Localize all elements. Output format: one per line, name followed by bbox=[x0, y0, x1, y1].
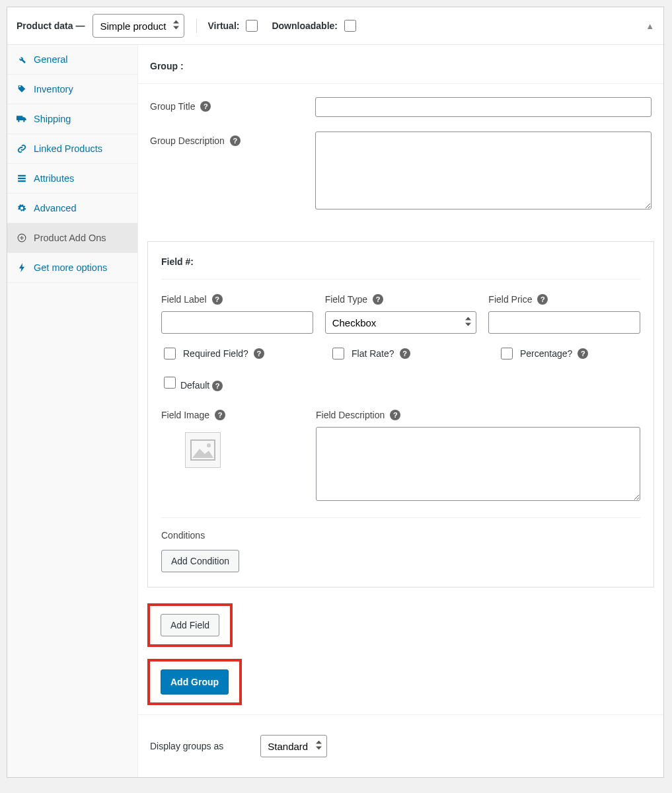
help-icon[interactable]: ? bbox=[578, 348, 588, 359]
svg-point-5 bbox=[207, 443, 211, 447]
sidebar-item-inventory[interactable]: Inventory bbox=[7, 75, 137, 104]
sidebar-item-label: General bbox=[34, 54, 68, 65]
sidebar-item-label: Product Add Ons bbox=[34, 233, 106, 243]
field-description-label: Field Description bbox=[316, 410, 385, 420]
field-box: Field #: Field Label ? Field Type ? bbox=[147, 241, 654, 587]
conditions-label: Conditions bbox=[161, 530, 640, 541]
sidebar-item-addons[interactable]: Product Add Ons bbox=[7, 223, 137, 253]
group-description-label: Group Description bbox=[150, 135, 225, 146]
field-section-heading: Field #: bbox=[161, 256, 640, 280]
help-icon[interactable]: ? bbox=[200, 101, 211, 112]
product-type-select[interactable]: Simple product bbox=[93, 14, 184, 38]
display-groups-label: Display groups as bbox=[150, 741, 223, 751]
display-groups-row: Display groups as Standard bbox=[138, 714, 663, 777]
downloadable-checkbox-label: Downloadable: bbox=[272, 18, 358, 34]
svg-rect-1 bbox=[18, 178, 26, 179]
add-condition-button[interactable]: Add Condition bbox=[161, 550, 239, 572]
help-icon[interactable]: ? bbox=[373, 294, 383, 305]
required-checkbox[interactable] bbox=[164, 348, 176, 359]
product-data-panel: Product data — Simple product Virtual: D… bbox=[7, 7, 664, 778]
flat-rate-row: Flat Rate? ? bbox=[330, 346, 472, 361]
sidebar-item-label: Advanced bbox=[34, 203, 77, 213]
add-field-highlight: Add Field bbox=[147, 603, 233, 647]
help-icon[interactable]: ? bbox=[212, 294, 223, 305]
help-icon[interactable]: ? bbox=[254, 348, 264, 359]
field-type-label: Field Type bbox=[325, 294, 367, 305]
sidebar-item-label: Inventory bbox=[34, 84, 73, 94]
group-title-label: Group Title bbox=[150, 101, 195, 112]
help-icon[interactable]: ? bbox=[230, 135, 241, 146]
main-content: Group : Group Title ? Group Description … bbox=[138, 45, 663, 777]
required-field-row: Required Field? ? bbox=[161, 346, 303, 361]
group-title-input[interactable] bbox=[315, 97, 652, 117]
gear-icon bbox=[17, 204, 27, 213]
bolt-icon bbox=[17, 263, 27, 272]
sidebar-item-general[interactable]: General bbox=[7, 45, 137, 75]
sidebar-item-shipping[interactable]: Shipping bbox=[7, 104, 137, 134]
sidebar-item-label: Shipping bbox=[34, 114, 71, 124]
field-label-label: Field Label bbox=[161, 294, 207, 305]
field-description-textarea[interactable] bbox=[316, 427, 640, 501]
add-field-button[interactable]: Add Field bbox=[161, 614, 219, 636]
default-row: Default ? bbox=[161, 380, 223, 391]
image-icon bbox=[190, 439, 215, 461]
panel-title: Product data — bbox=[17, 20, 85, 31]
tag-icon bbox=[17, 85, 27, 94]
sidebar-item-linked[interactable]: Linked Products bbox=[7, 134, 137, 164]
help-icon[interactable]: ? bbox=[537, 294, 548, 305]
downloadable-checkbox[interactable] bbox=[344, 20, 356, 32]
conditions-section: Conditions Add Condition bbox=[161, 517, 640, 572]
tabs-sidebar: General Inventory Shipping bbox=[7, 45, 138, 777]
list-icon bbox=[17, 174, 27, 183]
group-section-heading: Group : bbox=[138, 45, 663, 84]
virtual-checkbox-label: Virtual: bbox=[207, 18, 260, 34]
link-icon bbox=[17, 144, 27, 153]
truck-icon bbox=[17, 114, 27, 124]
flat-rate-checkbox[interactable] bbox=[332, 348, 344, 359]
help-icon[interactable]: ? bbox=[212, 381, 223, 391]
plus-circle-icon bbox=[17, 233, 27, 243]
group-description-textarea[interactable] bbox=[315, 132, 652, 209]
percentage-row: Percentage? ? bbox=[498, 346, 640, 361]
field-image-label: Field Image bbox=[161, 410, 209, 420]
sidebar-item-advanced[interactable]: Advanced bbox=[7, 194, 137, 223]
sidebar-item-attributes[interactable]: Attributes bbox=[7, 164, 137, 194]
panel-header: Product data — Simple product Virtual: D… bbox=[7, 7, 663, 45]
sidebar-item-label: Get more options bbox=[34, 262, 107, 273]
field-price-input[interactable] bbox=[488, 311, 640, 334]
field-type-select[interactable]: Checkbox bbox=[325, 311, 477, 334]
collapse-icon[interactable]: ▲ bbox=[646, 21, 654, 31]
virtual-checkbox[interactable] bbox=[246, 20, 258, 32]
help-icon[interactable]: ? bbox=[400, 348, 410, 359]
sidebar-item-label: Attributes bbox=[34, 173, 74, 184]
display-groups-select[interactable]: Standard bbox=[260, 735, 327, 757]
group-block: Group Title ? Group Description ? bbox=[138, 84, 663, 231]
divider bbox=[196, 19, 197, 33]
svg-rect-0 bbox=[18, 175, 26, 176]
add-group-highlight: Add Group bbox=[147, 659, 242, 705]
image-placeholder[interactable] bbox=[185, 432, 221, 468]
field-price-label: Field Price bbox=[488, 294, 532, 305]
help-icon[interactable]: ? bbox=[390, 410, 400, 420]
sidebar-item-label: Linked Products bbox=[34, 143, 102, 154]
wrench-icon bbox=[17, 55, 27, 64]
default-checkbox[interactable] bbox=[164, 377, 176, 389]
sidebar-item-more[interactable]: Get more options bbox=[7, 253, 137, 283]
svg-rect-2 bbox=[18, 180, 26, 182]
help-icon[interactable]: ? bbox=[215, 410, 225, 420]
percentage-checkbox[interactable] bbox=[501, 348, 513, 359]
field-label-input[interactable] bbox=[161, 311, 313, 334]
add-group-button[interactable]: Add Group bbox=[161, 669, 229, 695]
